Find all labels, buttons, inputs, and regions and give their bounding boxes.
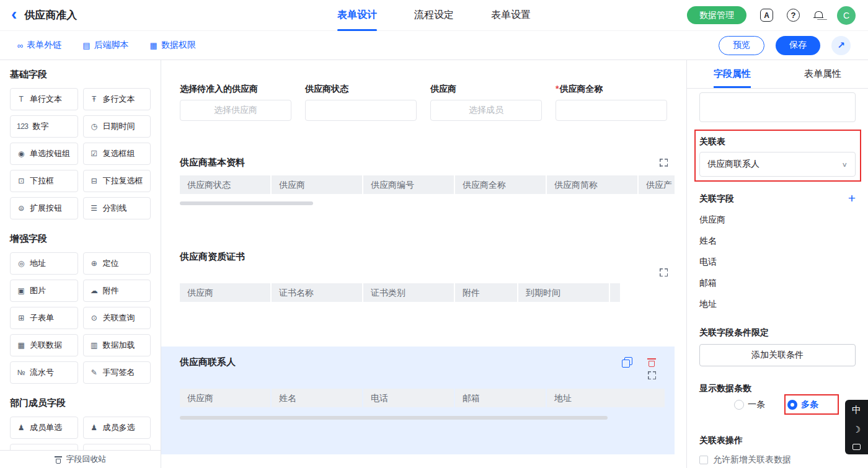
field-button-subform[interactable]: ⊞ 子表单 (10, 307, 78, 329)
checkbox[interactable] (699, 456, 708, 464)
expand-icon[interactable] (648, 371, 656, 379)
sidebar-scroll-area: 基础字段 T 单行文本 Ŧ 多行文本 123 数字 ◷ 日期时间 ◉ 单选按钮组 (0, 60, 161, 450)
field-button-related-data[interactable]: ▦ 关联数据 (10, 334, 78, 356)
field-button-radio-group[interactable]: ◉ 单选按钮组 (10, 143, 78, 165)
field-button-member-multi[interactable]: ♟ 成员多选 (83, 417, 151, 439)
related-fields-label: 关联字段 (699, 193, 734, 204)
table-column-header: 附件 (455, 283, 517, 302)
field-button-single-line-text[interactable]: T 单行文本 (10, 88, 78, 110)
property-panel-tabs: 字段属性 表单属性 (687, 60, 868, 89)
subform-supplier-certificates[interactable]: 供应商资质证书 供应商 证书名称 证书类别 附件 到期时间 (180, 250, 668, 302)
member-single-icon: ♟ (17, 423, 25, 432)
ime-toolbar[interactable]: 中 ☽ (845, 400, 868, 454)
related-table-label: 关联表 (699, 136, 856, 147)
expand-icon[interactable] (660, 268, 668, 276)
ime-keyboard-icon[interactable] (852, 444, 861, 450)
related-field-item[interactable]: 姓名 (699, 235, 856, 246)
related-field-item[interactable]: 邮箱 (699, 277, 856, 288)
field-button-signature[interactable]: ✎ 手写签名 (83, 361, 151, 384)
save-button[interactable]: 保存 (776, 36, 820, 55)
table-column-header: 供应商编号 (363, 175, 454, 194)
field-button-checkbox-group[interactable]: ☑ 复选框组 (83, 143, 151, 165)
tab-form-properties[interactable]: 表单属性 (777, 60, 868, 88)
avatar[interactable]: C (837, 6, 856, 25)
display-count-label: 显示数据条数 (699, 382, 856, 394)
allow-add-related-data[interactable]: 允许新增关联表数据 (699, 454, 856, 466)
field-button-related-query[interactable]: ⊙ 关联查询 (83, 307, 151, 329)
expand-icon[interactable] (660, 159, 668, 167)
tab-flow-setting[interactable]: 流程设定 (414, 0, 454, 31)
table-column-header: 姓名 (272, 389, 362, 407)
field-button-multi-line-text[interactable]: Ŧ 多行文本 (83, 88, 151, 110)
backend-script-label: 后端脚本 (94, 40, 129, 51)
field-label: 供应商 (430, 82, 542, 95)
field-button-multi-dropdown[interactable]: ⊟ 下拉复选框 (83, 170, 151, 192)
add-condition-button[interactable]: 添加关联条件 (699, 344, 856, 366)
help-icon[interactable]: ? (787, 9, 800, 22)
field-label: 关联数据 (30, 340, 62, 351)
supplier-full-name-input[interactable] (556, 100, 667, 121)
preview-button[interactable]: 预览 (719, 36, 764, 55)
related-field-item[interactable]: 供应商 (699, 214, 856, 225)
field-button-serial-number[interactable]: № 流水号 (10, 361, 78, 384)
select-supplier-input[interactable]: 选择供应商 (180, 100, 291, 121)
back-icon[interactable]: ‹ (11, 6, 17, 23)
serial-number-icon: № (17, 368, 25, 377)
field-button-datetime[interactable]: ◷ 日期时间 (83, 115, 151, 138)
field-title-input[interactable] (699, 92, 856, 122)
field-button-clipped[interactable] (83, 444, 151, 450)
field-label: 下拉框 (30, 175, 54, 187)
subform-supplier-contacts-selected[interactable]: 供应商联系人 供应商 姓名 电话 邮箱 地址 (161, 347, 675, 454)
field-button-clipped[interactable] (10, 444, 78, 450)
notification-bell-icon[interactable] (813, 11, 823, 20)
form-field-supplier-full-name[interactable]: *供应商全称 (556, 82, 667, 121)
select-member-input[interactable]: 选择成员 (430, 100, 542, 121)
copy-icon[interactable] (622, 357, 632, 368)
form-field-select-supplier[interactable]: 选择待准入的供应商 选择供应商 (180, 82, 291, 121)
field-button-divider[interactable]: ☰ 分割线 (83, 197, 151, 219)
field-button-extend-button[interactable]: ⊜ 扩展按钮 (10, 197, 78, 219)
field-label: 子表单 (30, 312, 54, 324)
related-field-item[interactable]: 电话 (699, 256, 856, 267)
supplier-status-input[interactable] (305, 100, 417, 121)
data-permission-link[interactable]: ▦ 数据权限 (150, 40, 196, 51)
horizontal-scrollbar[interactable] (180, 201, 313, 205)
address-icon: ◎ (17, 259, 25, 268)
form-field-supplier-status[interactable]: 供应商状态 (305, 82, 417, 121)
delete-icon[interactable] (647, 357, 656, 367)
field-button-address[interactable]: ◎ 地址 (10, 252, 78, 275)
field-recycle-bin[interactable]: 字段回收站 (0, 450, 161, 468)
related-table-value: 供应商联系人 (707, 159, 760, 170)
add-field-icon[interactable]: + (848, 193, 856, 204)
data-manage-button[interactable]: 数据管理 (687, 6, 746, 24)
share-button[interactable]: ↗ (831, 36, 851, 55)
field-button-member-single[interactable]: ♟ 成员单选 (10, 417, 78, 439)
horizontal-scrollbar[interactable] (180, 416, 608, 420)
field-button-attachment[interactable]: ☁ 附件 (83, 280, 151, 302)
field-button-image[interactable]: ▣ 图片 (10, 280, 78, 302)
related-table-select[interactable]: 供应商联系人 ∨ (699, 152, 856, 177)
related-field-item[interactable]: 地址 (699, 298, 856, 309)
radio-multiple[interactable]: 多条 (787, 399, 818, 410)
field-button-number[interactable]: 123 数字 (10, 115, 78, 138)
subform-supplier-basic-info[interactable]: 供应商基本资料 供应商状态 供应商 供应商编号 供应商全称 供应商简称 供应产 (180, 156, 668, 205)
backend-script-link[interactable]: ▤ 后端脚本 (82, 40, 128, 51)
member-fields-grid: ♟ 成员单选 ♟ 成员多选 (10, 417, 151, 450)
field-label: 数字 (33, 121, 49, 132)
ime-language-indicator[interactable]: 中 (852, 404, 861, 416)
form-external-link[interactable]: ∞ 表单外链 (17, 40, 61, 51)
tab-field-properties[interactable]: 字段属性 (687, 60, 777, 88)
recycle-bin-icon (55, 455, 62, 464)
tab-form-design[interactable]: 表单设计 (337, 0, 377, 31)
field-button-location[interactable]: ⊕ 定位 (83, 252, 151, 275)
form-field-supplier[interactable]: 供应商 选择成员 (430, 82, 542, 121)
subform-title: 供应商基本资料 (180, 157, 245, 169)
field-button-dropdown[interactable]: ⊡ 下拉框 (10, 170, 78, 192)
field-label: 关联查询 (103, 312, 135, 324)
translate-icon[interactable]: A (760, 9, 773, 22)
ime-halfwidth-moon-icon[interactable]: ☽ (852, 425, 861, 435)
tab-form-settings[interactable]: 表单设置 (491, 0, 531, 31)
radio-single[interactable]: 一条 (734, 399, 765, 410)
related-data-icon: ▦ (17, 341, 25, 350)
field-button-data-load[interactable]: ▥ 数据加载 (83, 334, 151, 356)
